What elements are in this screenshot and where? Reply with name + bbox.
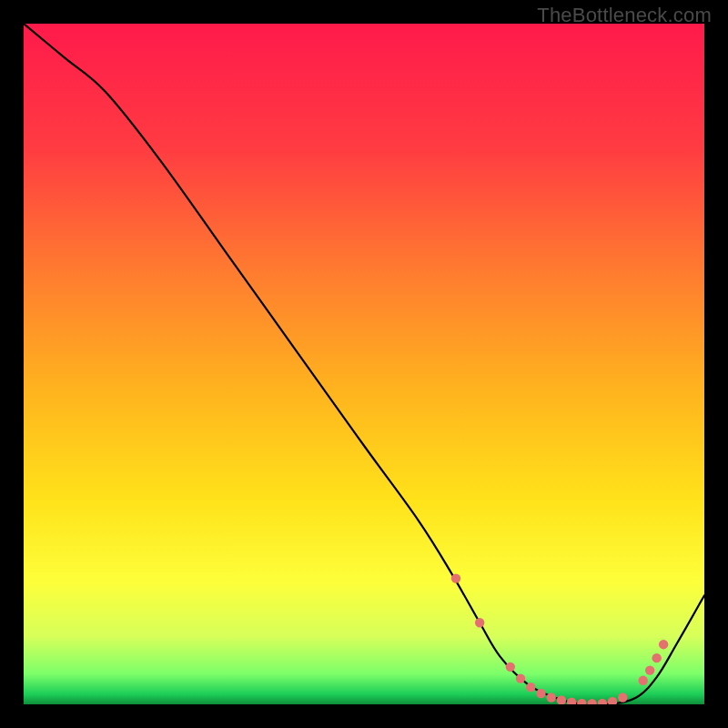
curve-marker — [451, 573, 460, 582]
curve-marker — [506, 662, 515, 672]
curve-marker — [475, 618, 484, 627]
watermark-text: TheBottleneck.com — [537, 4, 712, 27]
gradient-field — [24, 24, 704, 704]
curve-marker — [618, 693, 627, 702]
curve-marker — [638, 676, 647, 685]
curve-marker — [659, 640, 668, 649]
bottleneck-chart — [24, 24, 704, 704]
curve-marker — [547, 693, 556, 702]
curve-marker — [526, 682, 535, 692]
curve-marker — [652, 653, 661, 662]
curve-marker — [536, 689, 545, 698]
curve-marker — [645, 665, 654, 674]
curve-marker — [516, 673, 525, 682]
